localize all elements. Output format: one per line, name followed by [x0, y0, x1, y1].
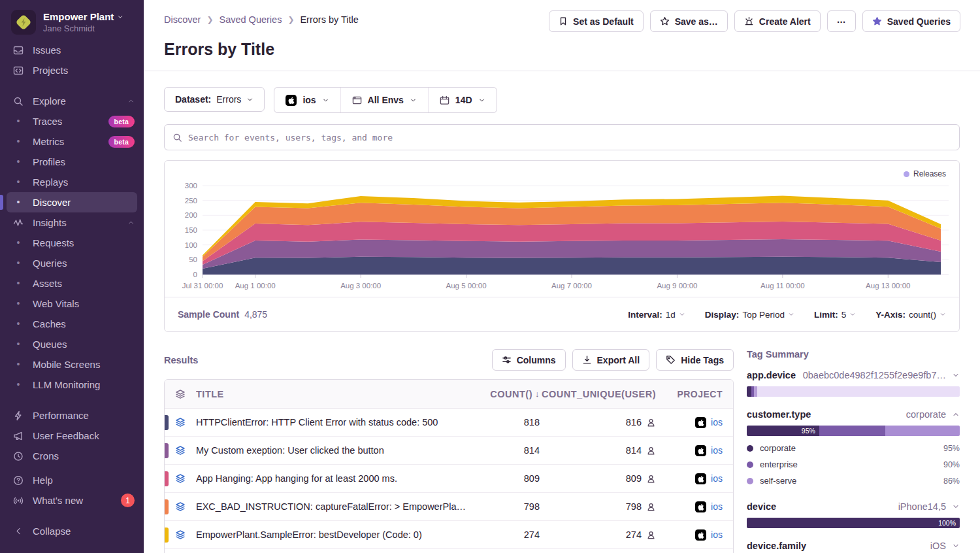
environment-filter[interactable]: All Envs — [340, 88, 428, 112]
save-as-button[interactable]: Save as… — [650, 10, 728, 32]
tag-legend-row[interactable]: corporate95% — [747, 440, 960, 456]
series-color-chip — [165, 499, 169, 514]
bookmark-icon — [559, 16, 568, 26]
saved-queries-button[interactable]: Saved Queries — [862, 10, 960, 32]
column-count-unique[interactable]: COUNT_UNIQUE(USER) — [540, 389, 656, 399]
breadcrumb-current: Errors by Title — [300, 14, 358, 25]
legend-label: self-serve — [760, 476, 937, 486]
filter-bar: Dataset: Errors ios All Envs 14D — [164, 87, 960, 113]
sidebar-item-assets[interactable]: •Assets — [0, 273, 144, 293]
window-icon — [352, 95, 362, 105]
interval-control[interactable]: Interval:1d — [628, 310, 685, 320]
hide-tags-button[interactable]: Hide Tags — [656, 349, 734, 371]
chart-footer: Sample Count4,875 Interval:1dDisplay:Top… — [165, 297, 959, 331]
project-filter[interactable]: ios — [274, 88, 340, 112]
tag-section-device: deviceiPhone14,5100% — [747, 501, 960, 528]
apple-project-icon — [286, 95, 297, 106]
tag-distribution-bar[interactable]: 100% — [747, 518, 960, 528]
error-title[interactable]: EmpowerPlant.SampleError: bestDeveloper … — [196, 529, 474, 540]
tag-legend-row[interactable]: self-serve86% — [747, 473, 960, 489]
column-count[interactable]: COUNT()↓ — [474, 389, 540, 399]
bullet-icon: • — [12, 233, 25, 253]
project-link[interactable]: ios — [711, 501, 723, 512]
page-header: Discover ❯ Saved Queries ❯ Errors by Tit… — [144, 0, 980, 71]
stack-trace-icon[interactable] — [165, 445, 196, 456]
column-project[interactable]: PROJECT — [656, 389, 733, 399]
org-switcher[interactable]: Empower Plant Jane Schmidt — [0, 0, 144, 37]
limit-control[interactable]: Limit:5 — [814, 310, 856, 320]
error-title[interactable]: My Custom exeption: User clicked the but… — [196, 445, 474, 456]
sidebar-item-help[interactable]: Help — [0, 470, 144, 490]
stack-trace-icon[interactable] — [165, 501, 196, 512]
sidebar-item-projects[interactable]: Projects — [0, 60, 144, 80]
sidebar-item-llm-monitoring[interactable]: •LLM Monitoring — [0, 375, 144, 395]
create-alert-button[interactable]: Create Alert — [734, 10, 821, 32]
search-input[interactable] — [188, 133, 951, 142]
tag-distribution-bar[interactable]: 95% — [747, 426, 960, 436]
tag-header-app-device[interactable]: app.device0baebc0de4982f1255f2e9e9fb7… — [747, 370, 960, 380]
date-range-filter[interactable]: 14D — [428, 88, 497, 112]
project-link[interactable]: ios — [711, 529, 723, 540]
stack-trace-icon[interactable] — [165, 417, 196, 427]
sidebar-item-metrics[interactable]: •Metricsbeta — [0, 131, 144, 152]
svg-text:Jul 31 00:00: Jul 31 00:00 — [182, 282, 223, 290]
sidebar-item-caches[interactable]: •Caches — [0, 314, 144, 334]
svg-text:Aug 11 00:00: Aug 11 00:00 — [760, 282, 805, 290]
sidebar-item-what-s-new[interactable]: What's new1 — [0, 490, 144, 511]
bullet-icon: • — [12, 172, 25, 192]
column-title[interactable]: TITLE — [196, 389, 474, 399]
project-link[interactable]: ios — [711, 473, 723, 484]
sidebar-item-profiles[interactable]: •Profiles — [0, 152, 144, 172]
sidebar-item-explore[interactable]: Explore — [0, 91, 144, 111]
ellipsis-icon: ⋯ — [837, 16, 846, 27]
set-as-default-button[interactable]: Set as Default — [549, 10, 644, 32]
tag-legend-row[interactable]: enterprise90% — [747, 456, 960, 473]
count-value: 818 — [474, 417, 540, 427]
more-options-button[interactable]: ⋯ — [827, 10, 856, 32]
sidebar-item-traces[interactable]: •Tracesbeta — [0, 111, 144, 131]
sidebar-item-label: Projects — [33, 65, 68, 76]
sidebar-item-mobile-screens[interactable]: •Mobile Screens — [0, 354, 144, 375]
sidebar-item-requests[interactable]: •Requests — [0, 233, 144, 253]
export-all-button[interactable]: Export All — [572, 349, 650, 371]
dataset-selector[interactable]: Dataset: Errors — [164, 87, 265, 112]
sidebar-item-label: Requests — [33, 237, 74, 248]
sidebar-item-issues[interactable]: Issues — [0, 40, 144, 60]
sidebar-item-user-feedback[interactable]: User Feedback — [0, 426, 144, 446]
sidebar-item-queries[interactable]: •Queries — [0, 253, 144, 273]
stack-trace-icon[interactable] — [165, 473, 196, 484]
sidebar-item-discover[interactable]: •Discover — [7, 192, 137, 212]
sidebar-collapse-button[interactable]: Collapse — [12, 521, 135, 541]
sidebar-item-performance[interactable]: Performance — [0, 405, 144, 426]
chevron-down-icon — [952, 542, 960, 550]
tag-header-device[interactable]: deviceiPhone14,5 — [747, 501, 960, 512]
breadcrumb-discover[interactable]: Discover — [164, 14, 201, 25]
sidebar-item-queues[interactable]: •Queues — [0, 334, 144, 354]
sidebar-item-crons[interactable]: Crons — [0, 446, 144, 466]
project-link[interactable]: ios — [711, 445, 723, 456]
sidebar-item-label: Metrics — [33, 136, 64, 147]
error-title[interactable]: EXC_BAD_INSTRUCTION: captureFatalError: … — [196, 501, 474, 512]
apple-project-icon — [695, 501, 706, 512]
chart-legend[interactable]: Releases — [904, 169, 946, 178]
sidebar-item-replays[interactable]: •Replays — [0, 172, 144, 192]
sidebar-item-web-vitals[interactable]: •Web Vitals — [0, 293, 144, 314]
chevron-down-icon — [849, 311, 856, 318]
breadcrumb-saved-queries[interactable]: Saved Queries — [219, 14, 282, 25]
display-control[interactable]: Display:Top Period — [705, 310, 794, 320]
chevron-up-icon — [127, 219, 135, 226]
error-title[interactable]: App Hanging: App hanging for at least 20… — [196, 473, 474, 484]
project-link[interactable]: ios — [711, 417, 723, 427]
sidebar-item-insights[interactable]: Insights — [0, 212, 144, 233]
svg-text:Aug 1 00:00: Aug 1 00:00 — [235, 282, 276, 290]
tag-header-device-family[interactable]: device.familyiOS — [747, 541, 960, 551]
error-title[interactable]: HTTPClientError: HTTP Client Error with … — [196, 417, 474, 427]
events-chart[interactable]: Releases 050100150200250300Jul 31 00:00A… — [165, 161, 959, 297]
tag-header-customer-type[interactable]: customer.typecorporate — [747, 409, 960, 420]
table-row: EmpowerPlant.SampleError: bestDeveloper … — [165, 521, 733, 549]
y-axis-control[interactable]: Y-Axis:count() — [875, 310, 946, 320]
columns-button[interactable]: Columns — [492, 349, 566, 371]
bullet-icon: • — [12, 293, 25, 314]
stack-trace-icon[interactable] — [165, 529, 196, 540]
tag-distribution-bar[interactable] — [747, 386, 960, 397]
